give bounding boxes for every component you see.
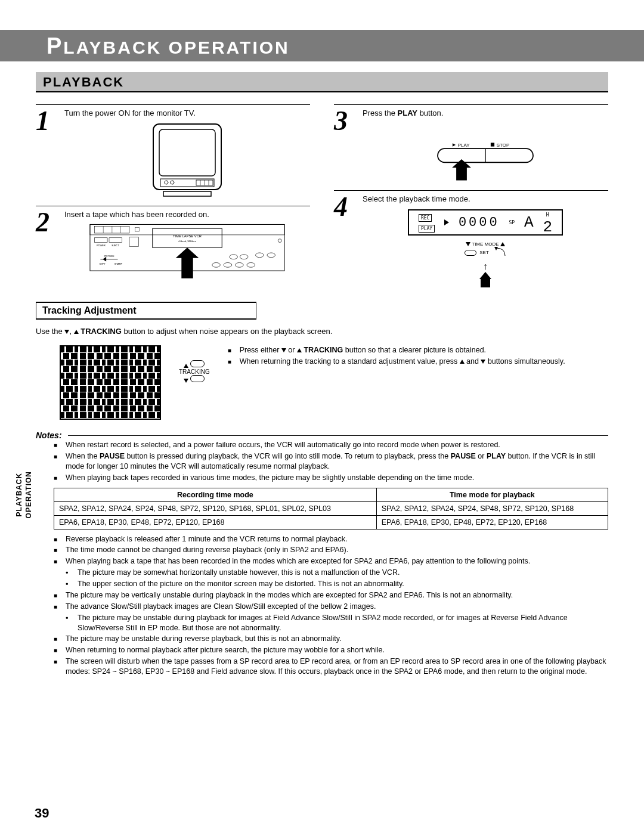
svg-rect-23: [129, 237, 139, 247]
down-icon: [64, 330, 69, 334]
step-4: 4 Select the playback time mode. REC PLA…: [334, 190, 608, 289]
note-10: When returning to normal playback after …: [54, 645, 608, 655]
tracking-row: TRACKING Press either or TRACKING button…: [36, 345, 608, 420]
svg-point-3: [165, 181, 168, 184]
svg-point-37: [278, 239, 281, 243]
note-8: The advance Slow/Still playback images a…: [54, 602, 608, 633]
svg-text:EJECT: EJECT: [112, 244, 120, 247]
note-1: When restart record is selected, and a p…: [54, 440, 608, 450]
stop-label: STOP: [497, 143, 510, 148]
svg-rect-20: [109, 238, 122, 243]
up-icon: [74, 330, 79, 334]
up-icon: [184, 364, 188, 368]
lcd-h: H: [546, 212, 549, 218]
set-button-oval: [465, 250, 476, 256]
tracking-label: TRACKING: [179, 368, 210, 375]
play-label: PLAY: [458, 143, 470, 148]
note-8a: The picture may be unstable during playb…: [66, 613, 608, 633]
tracking-subtitle: Tracking Adjustment: [36, 302, 256, 320]
steps-container: 1 Turn the power ON for the monitor TV.: [36, 104, 608, 296]
svg-text:PICTURE: PICTURE: [104, 255, 114, 258]
tracking-bullets: Press either or TRACKING button so that …: [228, 345, 608, 367]
svg-rect-17: [153, 228, 222, 247]
note-2: When the PAUSE button is pressed during …: [54, 451, 608, 472]
svg-point-30: [240, 255, 248, 259]
noise-illustration: [60, 345, 161, 420]
table-cell: EPA6, EPA18, EP30, EP48, EP72, EP120, EP…: [376, 515, 608, 529]
svg-rect-11: [90, 224, 284, 234]
chapter-initial: P: [47, 33, 63, 58]
table-row: EPA6, EPA18, EP30, EP48, EP72, EP120, EP…: [54, 515, 608, 529]
chapter-title: LAYBACK OPERATION: [63, 38, 289, 57]
tracking-intro: Use the , TRACKING button to adjust when…: [36, 327, 608, 336]
svg-marker-26: [103, 257, 106, 262]
time-mode-label: TIME MODE: [472, 241, 499, 247]
monitor-illustration: [64, 121, 310, 199]
step-2: 2 Insert a tape which has been recorded …: [36, 206, 310, 282]
side-tab-line2: OPERATION: [24, 471, 33, 518]
note-7: The picture may be vertically unstable d…: [54, 590, 608, 600]
note-6b: The upper section of the picture on the …: [66, 579, 608, 589]
svg-point-29: [230, 255, 238, 259]
notes-list-a: When restart record is selected, and a p…: [54, 440, 608, 483]
time-mode-table: Recording time mode Time mode for playba…: [54, 488, 608, 529]
lcd-mode: SP: [509, 220, 515, 225]
step-4-text: Select the playback time mode.: [363, 194, 608, 203]
down-icon: [466, 242, 470, 246]
tracking-control-illustration: TRACKING: [179, 360, 210, 383]
table-cell: EPA6, EPA18, EP30, EP48, EP72, EP120, EP…: [54, 515, 377, 529]
svg-point-35: [236, 262, 244, 267]
chapter-title-bar: PLAYBACK OPERATION: [0, 30, 644, 61]
vcr-label: TIME LAPSE VCR: [173, 234, 202, 238]
svg-rect-19: [95, 238, 107, 243]
notes-header: Notes:: [36, 431, 608, 440]
set-label: SET: [479, 250, 488, 255]
note-6a: The picture may be somewhat horizontally…: [66, 568, 608, 578]
table-header-2: Time mode for playback: [376, 488, 608, 501]
svg-point-36: [247, 262, 255, 267]
lcd-digits: 0000: [459, 215, 500, 230]
step-number-3: 3: [334, 109, 357, 183]
svg-rect-16: [135, 227, 140, 231]
svg-point-32: [267, 253, 275, 258]
step-3-text: Press the PLAY button.: [363, 109, 608, 117]
svg-rect-1: [159, 129, 215, 176]
svg-marker-18: [176, 247, 199, 278]
svg-rect-41: [491, 143, 494, 146]
up-icon: [297, 348, 302, 352]
step-3: 3 Press the PLAY button. PLAY STOP: [334, 104, 608, 183]
lcd-2: 2: [543, 218, 552, 236]
section-title: PLAYBACK: [43, 75, 124, 89]
step-2-text: Insert a tape which has been recorded on…: [64, 210, 310, 219]
step-number-2: 2: [36, 210, 58, 282]
side-tab: PLAYBACK OPERATION: [15, 471, 33, 518]
step-number-4: 4: [334, 194, 357, 289]
table-cell: SPA2, SPA12, SPA24, SP24, SP48, SP72, SP…: [54, 501, 377, 515]
notes-list-b: Reverse playback is released after 1 min…: [54, 534, 608, 677]
lcd-a: A: [524, 213, 534, 231]
svg-point-34: [224, 262, 232, 267]
note-5: The time mode cannot be changed during r…: [54, 545, 608, 555]
table-header-1: Recording time mode: [54, 488, 377, 501]
up-icon: [460, 360, 465, 364]
vcr-sublabel: 4-Head, 168Hour: [178, 240, 196, 243]
tracking-bullet-1: Press either or TRACKING button so that …: [228, 345, 608, 355]
note-11: The screen will disturb when the tape pa…: [54, 657, 608, 677]
section-title-bar: PLAYBACK: [36, 72, 608, 92]
side-tab-line1: PLAYBACK: [15, 473, 23, 517]
svg-text:SHARP: SHARP: [114, 262, 123, 265]
svg-rect-9: [163, 191, 211, 196]
vcr-illustration: TIME LAPSE VCR 4-Head, 168Hour POWER EJE…: [64, 222, 310, 282]
svg-marker-40: [453, 143, 456, 146]
table-row: SPA2, SPA12, SPA24, SP24, SP48, SP72, SP…: [54, 501, 608, 515]
lcd-rec: REC: [419, 214, 432, 222]
play-triangle-icon: [444, 219, 449, 225]
note-6: When playing back a tape that has been r…: [54, 556, 608, 589]
svg-point-4: [171, 181, 174, 184]
svg-rect-0: [153, 124, 221, 190]
svg-text:SOFT: SOFT: [99, 262, 106, 265]
page-number: 39: [35, 806, 49, 821]
step-1: 1 Turn the power ON for the monitor TV.: [36, 104, 310, 199]
lcd-display: REC PLAY 0000 SP A H 2: [408, 209, 563, 236]
tracking-bullet-2: When returning the tracking to a standar…: [228, 357, 608, 367]
